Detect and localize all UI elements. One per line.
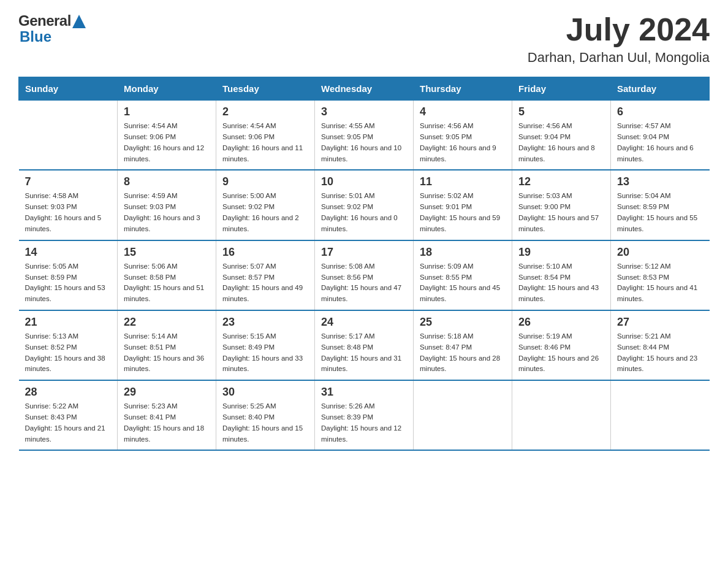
- calendar-header-row: SundayMondayTuesdayWednesdayThursdayFrid…: [19, 77, 710, 101]
- day-info: Sunrise: 5:18 AMSunset: 8:47 PMDaylight:…: [420, 331, 506, 375]
- day-info: Sunrise: 5:19 AMSunset: 8:46 PMDaylight:…: [518, 331, 604, 375]
- day-header-saturday: Saturday: [611, 77, 710, 101]
- day-number: 9: [222, 175, 308, 188]
- week-row-1: 1Sunrise: 4:54 AMSunset: 9:06 PMDaylight…: [19, 101, 710, 170]
- calendar-cell: 11Sunrise: 5:02 AMSunset: 9:01 PMDayligh…: [414, 170, 512, 240]
- calendar-cell: 23Sunrise: 5:15 AMSunset: 8:49 PMDayligh…: [216, 310, 315, 380]
- day-number: 29: [124, 386, 210, 399]
- calendar-cell: [611, 380, 710, 450]
- calendar-cell: 18Sunrise: 5:09 AMSunset: 8:55 PMDayligh…: [414, 240, 512, 310]
- day-info: Sunrise: 4:54 AMSunset: 9:06 PMDaylight:…: [222, 121, 308, 164]
- day-number: 13: [617, 175, 703, 188]
- day-header-thursday: Thursday: [414, 77, 512, 101]
- day-info: Sunrise: 5:01 AMSunset: 9:02 PMDaylight:…: [321, 191, 407, 234]
- calendar-cell: 3Sunrise: 4:55 AMSunset: 9:05 PMDaylight…: [315, 101, 414, 170]
- day-number: 6: [617, 105, 703, 118]
- day-header-sunday: Sunday: [19, 77, 118, 101]
- calendar-cell: 24Sunrise: 5:17 AMSunset: 8:48 PMDayligh…: [315, 310, 414, 380]
- day-number: 16: [222, 246, 308, 259]
- day-number: 17: [321, 246, 407, 259]
- day-number: 11: [420, 175, 506, 188]
- calendar-cell: 25Sunrise: 5:18 AMSunset: 8:47 PMDayligh…: [414, 310, 512, 380]
- day-info: Sunrise: 5:21 AMSunset: 8:44 PMDaylight:…: [617, 331, 703, 375]
- calendar-cell: 28Sunrise: 5:22 AMSunset: 8:43 PMDayligh…: [19, 380, 118, 450]
- day-info: Sunrise: 5:00 AMSunset: 9:02 PMDaylight:…: [222, 191, 308, 234]
- calendar-cell: [414, 380, 512, 450]
- calendar-cell: 27Sunrise: 5:21 AMSunset: 8:44 PMDayligh…: [611, 310, 710, 380]
- calendar-cell: 29Sunrise: 5:23 AMSunset: 8:41 PMDayligh…: [118, 380, 216, 450]
- day-info: Sunrise: 4:55 AMSunset: 9:05 PMDaylight:…: [321, 121, 407, 164]
- calendar-cell: 6Sunrise: 4:57 AMSunset: 9:04 PMDaylight…: [611, 101, 710, 170]
- calendar-cell: 20Sunrise: 5:12 AMSunset: 8:53 PMDayligh…: [611, 240, 710, 310]
- calendar-cell: 5Sunrise: 4:56 AMSunset: 9:04 PMDaylight…: [512, 101, 611, 170]
- day-info: Sunrise: 5:14 AMSunset: 8:51 PMDaylight:…: [124, 331, 210, 375]
- day-number: 15: [124, 246, 210, 259]
- calendar-cell: [19, 101, 118, 170]
- day-number: 30: [222, 386, 308, 399]
- page-header: General Blue July 2024 Darhan, Darhan Uu…: [18, 12, 710, 66]
- calendar-cell: 7Sunrise: 4:58 AMSunset: 9:03 PMDaylight…: [19, 170, 118, 240]
- calendar-cell: 21Sunrise: 5:13 AMSunset: 8:52 PMDayligh…: [19, 310, 118, 380]
- day-info: Sunrise: 5:15 AMSunset: 8:49 PMDaylight:…: [222, 331, 308, 375]
- day-number: 22: [124, 316, 210, 329]
- day-info: Sunrise: 5:25 AMSunset: 8:40 PMDaylight:…: [222, 401, 308, 445]
- day-info: Sunrise: 4:54 AMSunset: 9:06 PMDaylight:…: [124, 121, 210, 164]
- day-number: 2: [222, 105, 308, 118]
- calendar-cell: [512, 380, 611, 450]
- day-info: Sunrise: 4:56 AMSunset: 9:04 PMDaylight:…: [518, 121, 604, 164]
- day-info: Sunrise: 4:59 AMSunset: 9:03 PMDaylight:…: [124, 191, 210, 234]
- day-info: Sunrise: 5:22 AMSunset: 8:43 PMDaylight:…: [25, 401, 112, 445]
- day-number: 23: [222, 316, 308, 329]
- calendar-cell: 2Sunrise: 4:54 AMSunset: 9:06 PMDaylight…: [216, 101, 315, 170]
- svg-marker-0: [72, 15, 86, 28]
- day-info: Sunrise: 5:10 AMSunset: 8:54 PMDaylight:…: [518, 261, 604, 305]
- logo-blue-text: Blue: [20, 28, 51, 45]
- calendar-cell: 19Sunrise: 5:10 AMSunset: 8:54 PMDayligh…: [512, 240, 611, 310]
- week-row-5: 28Sunrise: 5:22 AMSunset: 8:43 PMDayligh…: [19, 380, 710, 450]
- day-info: Sunrise: 5:09 AMSunset: 8:55 PMDaylight:…: [420, 261, 506, 305]
- calendar-cell: 10Sunrise: 5:01 AMSunset: 9:02 PMDayligh…: [315, 170, 414, 240]
- day-info: Sunrise: 4:58 AMSunset: 9:03 PMDaylight:…: [25, 191, 112, 234]
- day-info: Sunrise: 5:08 AMSunset: 8:56 PMDaylight:…: [321, 261, 407, 305]
- day-number: 19: [518, 246, 604, 259]
- day-info: Sunrise: 5:26 AMSunset: 8:39 PMDaylight:…: [321, 401, 407, 445]
- location-title: Darhan, Darhan Uul, Mongolia: [528, 50, 710, 66]
- day-number: 27: [617, 316, 703, 329]
- logo-triangle-icon: [72, 15, 86, 28]
- day-info: Sunrise: 5:17 AMSunset: 8:48 PMDaylight:…: [321, 331, 407, 375]
- calendar-cell: 1Sunrise: 4:54 AMSunset: 9:06 PMDaylight…: [118, 101, 216, 170]
- calendar-cell: 8Sunrise: 4:59 AMSunset: 9:03 PMDaylight…: [118, 170, 216, 240]
- calendar-cell: 14Sunrise: 5:05 AMSunset: 8:59 PMDayligh…: [19, 240, 118, 310]
- month-title: July 2024: [528, 12, 710, 47]
- day-number: 24: [321, 316, 407, 329]
- day-number: 25: [420, 316, 506, 329]
- calendar-cell: 26Sunrise: 5:19 AMSunset: 8:46 PMDayligh…: [512, 310, 611, 380]
- day-info: Sunrise: 5:02 AMSunset: 9:01 PMDaylight:…: [420, 191, 506, 234]
- day-info: Sunrise: 5:06 AMSunset: 8:58 PMDaylight:…: [124, 261, 210, 305]
- day-info: Sunrise: 4:57 AMSunset: 9:04 PMDaylight:…: [617, 121, 703, 164]
- day-number: 14: [25, 246, 112, 259]
- day-info: Sunrise: 5:12 AMSunset: 8:53 PMDaylight:…: [617, 261, 703, 305]
- day-header-wednesday: Wednesday: [315, 77, 414, 101]
- calendar-table: SundayMondayTuesdayWednesdayThursdayFrid…: [18, 77, 710, 451]
- calendar-cell: 15Sunrise: 5:06 AMSunset: 8:58 PMDayligh…: [118, 240, 216, 310]
- logo: General Blue: [18, 12, 86, 45]
- day-number: 5: [518, 105, 604, 118]
- day-info: Sunrise: 5:05 AMSunset: 8:59 PMDaylight:…: [25, 261, 112, 305]
- day-info: Sunrise: 5:04 AMSunset: 8:59 PMDaylight:…: [617, 191, 703, 234]
- day-number: 12: [518, 175, 604, 188]
- day-number: 20: [617, 246, 703, 259]
- day-header-friday: Friday: [512, 77, 611, 101]
- day-header-monday: Monday: [118, 77, 216, 101]
- calendar-cell: 9Sunrise: 5:00 AMSunset: 9:02 PMDaylight…: [216, 170, 315, 240]
- calendar-cell: 30Sunrise: 5:25 AMSunset: 8:40 PMDayligh…: [216, 380, 315, 450]
- day-number: 1: [124, 105, 210, 118]
- day-info: Sunrise: 5:03 AMSunset: 9:00 PMDaylight:…: [518, 191, 604, 234]
- day-number: 4: [420, 105, 506, 118]
- day-header-tuesday: Tuesday: [216, 77, 315, 101]
- day-number: 7: [25, 175, 112, 188]
- calendar-cell: 17Sunrise: 5:08 AMSunset: 8:56 PMDayligh…: [315, 240, 414, 310]
- title-area: July 2024 Darhan, Darhan Uul, Mongolia: [528, 12, 710, 66]
- logo-general-text: General: [18, 12, 71, 29]
- week-row-3: 14Sunrise: 5:05 AMSunset: 8:59 PMDayligh…: [19, 240, 710, 310]
